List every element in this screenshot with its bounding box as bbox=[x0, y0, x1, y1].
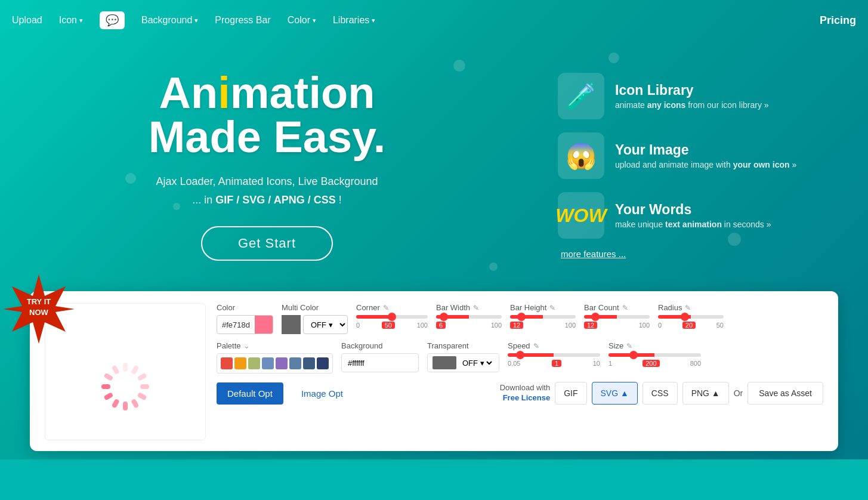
nav-icon-label: Icon bbox=[59, 15, 77, 26]
multi-color-label: Multi Color bbox=[282, 303, 348, 312]
speed-max: 10 bbox=[593, 360, 600, 367]
css-button[interactable]: CSS bbox=[642, 382, 678, 405]
icon-library-desc: animate any icons from our icon library … bbox=[615, 100, 769, 110]
hero-left: AnimationMade Easy. Ajax Loader, Animate… bbox=[0, 41, 534, 291]
libraries-chevron: ▾ bbox=[372, 17, 375, 24]
multi-color-swatch bbox=[282, 315, 301, 334]
or-label: Or bbox=[734, 388, 743, 398]
background-input[interactable] bbox=[341, 353, 419, 372]
free-license-label: Free License bbox=[503, 393, 551, 402]
speed-control: Speed ✎ 0.05 1 10 bbox=[508, 341, 600, 367]
nav-progress-bar[interactable]: Progress Bar bbox=[215, 15, 270, 26]
transparent-swatch bbox=[433, 356, 456, 369]
speed-slider[interactable] bbox=[508, 353, 600, 357]
bar-count-edit-icon[interactable]: ✎ bbox=[622, 304, 628, 312]
multi-color-select[interactable]: OFF ▾ ON bbox=[303, 315, 348, 334]
multi-color-control: Multi Color OFF ▾ ON bbox=[282, 303, 348, 334]
radius-value-badge: 20 bbox=[682, 322, 696, 329]
icon-library-icon: 🧪 bbox=[558, 73, 604, 119]
feature-icon-library[interactable]: 🧪 Icon Library animate any icons from ou… bbox=[558, 73, 844, 119]
nav-background-label: Background bbox=[141, 15, 192, 26]
nav-libraries[interactable]: Libraries ▾ bbox=[333, 15, 375, 26]
nav-background[interactable]: Background ▾ bbox=[141, 15, 198, 26]
your-image-title: Your Image bbox=[615, 142, 796, 158]
speed-label: Speed bbox=[508, 341, 530, 350]
feature-your-words[interactable]: WOW Your Words make unique text animatio… bbox=[558, 192, 844, 239]
bar-width-value-badge: 6 bbox=[436, 322, 446, 329]
svg-button[interactable]: SVG ▲ bbox=[592, 382, 638, 405]
bar-height-value-badge: 12 bbox=[510, 322, 523, 329]
nav-libraries-label: Libraries bbox=[333, 15, 369, 26]
nav-color-label: Color bbox=[288, 15, 310, 26]
your-words-icon: WOW bbox=[558, 192, 604, 239]
palette-swatches[interactable] bbox=[217, 353, 333, 374]
svg-text:TRY IT: TRY IT bbox=[27, 297, 51, 306]
corner-label: Corner bbox=[356, 303, 380, 312]
size-min: 1 bbox=[608, 360, 612, 367]
main-nav: Upload Icon ▾ 💬 Background ▾ Progress Ba… bbox=[0, 0, 868, 41]
get-start-button[interactable]: Get Start bbox=[201, 226, 333, 261]
nav-icon[interactable]: Icon ▾ bbox=[59, 15, 83, 26]
corner-value-badge: 50 bbox=[382, 322, 395, 329]
radius-max: 50 bbox=[716, 322, 724, 329]
size-max: 800 bbox=[690, 360, 701, 367]
svg-text:NOW: NOW bbox=[29, 308, 49, 317]
bar-height-edit-icon[interactable]: ✎ bbox=[549, 304, 555, 312]
icon-chevron-down: ▾ bbox=[79, 17, 83, 24]
transparent-control: Transparent OFF ▾ ON bbox=[427, 341, 499, 372]
size-edit-icon[interactable]: ✎ bbox=[626, 342, 632, 350]
speed-edit-icon[interactable]: ✎ bbox=[533, 342, 539, 350]
bar-width-slider[interactable] bbox=[436, 315, 502, 319]
background-chevron: ▾ bbox=[194, 17, 198, 24]
color-label: Color bbox=[217, 303, 273, 312]
bar-width-control: Bar Width ✎ 6 100 bbox=[436, 303, 502, 329]
png-button[interactable]: PNG ▲ bbox=[682, 382, 729, 405]
corner-slider[interactable] bbox=[356, 315, 428, 319]
transparent-select[interactable]: OFF ▾ ON bbox=[460, 358, 494, 368]
speed-value-badge: 1 bbox=[552, 360, 561, 367]
color-value: #fe718d bbox=[217, 320, 255, 329]
transparent-label: Transparent bbox=[427, 341, 499, 350]
nav-pricing[interactable]: Pricing bbox=[820, 14, 856, 27]
icon-preview-button[interactable]: 💬 bbox=[100, 11, 125, 29]
radius-control: Radius ✎ 0 20 50 bbox=[658, 303, 724, 329]
background-control: Background bbox=[341, 341, 419, 372]
nav-upload[interactable]: Upload bbox=[12, 15, 42, 26]
color-swatch[interactable] bbox=[255, 315, 273, 334]
radius-min: 0 bbox=[658, 322, 662, 329]
bar-count-label: Bar Count bbox=[584, 303, 619, 312]
palette-control: Palette ⌄ bbox=[217, 341, 333, 374]
bar-height-label: Bar Height bbox=[510, 303, 546, 312]
nav-color[interactable]: Color ▾ bbox=[288, 15, 316, 26]
bar-width-label: Bar Width bbox=[436, 303, 470, 312]
image-opt-button[interactable]: Image Opt bbox=[291, 382, 354, 405]
hero-right: 🧪 Icon Library animate any icons from ou… bbox=[534, 41, 868, 291]
your-image-icon: 😱 bbox=[558, 132, 604, 179]
bar-width-edit-icon[interactable]: ✎ bbox=[473, 304, 479, 312]
corner-min: 0 bbox=[356, 322, 360, 329]
speed-min: 0.05 bbox=[508, 360, 520, 367]
icon-library-title: Icon Library bbox=[615, 82, 769, 98]
bar-height-max: 100 bbox=[565, 322, 576, 329]
feature-your-image[interactable]: 😱 Your Image upload and animate image wi… bbox=[558, 132, 844, 179]
size-slider[interactable] bbox=[608, 353, 701, 357]
download-label: Download with Free License bbox=[500, 383, 551, 403]
bar-height-slider[interactable] bbox=[510, 315, 576, 319]
palette-toggle-icon[interactable]: ⌄ bbox=[243, 341, 250, 350]
background-label: Background bbox=[341, 341, 419, 350]
your-image-desc: upload and animate image with your own i… bbox=[615, 160, 796, 169]
more-features-link[interactable]: more features ... bbox=[561, 249, 844, 259]
save-as-asset-button[interactable]: Save as Asset bbox=[747, 382, 823, 405]
default-opt-button[interactable]: Default Opt bbox=[217, 382, 283, 405]
hero-title: AnimationMade Easy. bbox=[149, 71, 386, 159]
bar-count-max: 100 bbox=[639, 322, 650, 329]
radius-edit-icon[interactable]: ✎ bbox=[685, 304, 691, 312]
bar-count-control: Bar Count ✎ 12 100 bbox=[584, 303, 650, 329]
gif-button[interactable]: GIF bbox=[555, 382, 586, 405]
corner-max: 100 bbox=[417, 322, 428, 329]
control-panel: TRY IT NOW @keyframes spin2 { from{trans… bbox=[30, 291, 838, 451]
bar-count-slider[interactable] bbox=[584, 315, 650, 319]
corner-edit-icon[interactable]: ✎ bbox=[383, 304, 389, 312]
bar-width-max: 100 bbox=[491, 322, 502, 329]
radius-slider[interactable] bbox=[658, 315, 724, 319]
